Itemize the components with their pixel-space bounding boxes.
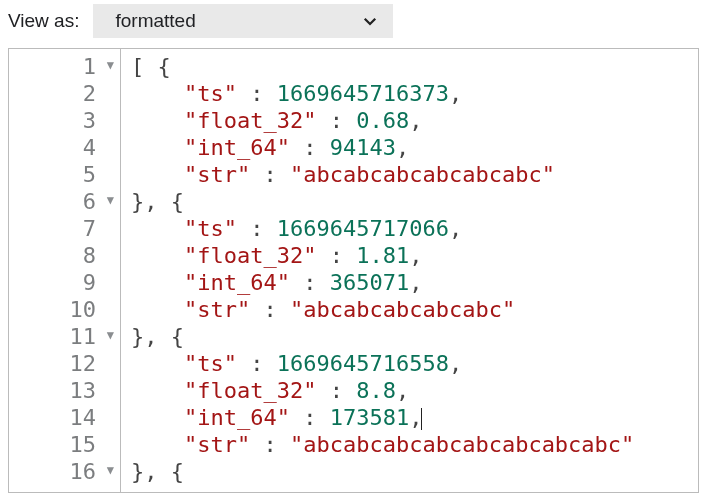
fold-toggle-icon[interactable]: ▼ (102, 457, 114, 484)
fold-toggle-icon[interactable]: ▼ (102, 52, 114, 79)
view-mode-selected: formatted (115, 10, 195, 32)
gutter-line: 8▼ (9, 242, 114, 269)
gutter-line: 4▼ (9, 134, 114, 161)
gutter-line: 9▼ (9, 269, 114, 296)
gutter-line: 10▼ (9, 296, 114, 323)
gutter-line: 16▼ (9, 458, 114, 485)
gutter-line: 2▼ (9, 80, 114, 107)
code-editor[interactable]: 1▼2▼3▼4▼5▼6▼7▼8▼9▼10▼11▼12▼13▼14▼15▼16▼ … (8, 48, 699, 493)
gutter-line: 3▼ (9, 107, 114, 134)
line-number-gutter: 1▼2▼3▼4▼5▼6▼7▼8▼9▼10▼11▼12▼13▼14▼15▼16▼ (9, 49, 121, 492)
gutter-line: 14▼ (9, 404, 114, 431)
view-mode-toolbar: View as: formatted (0, 0, 707, 44)
fold-toggle-icon[interactable]: ▼ (102, 322, 114, 349)
gutter-line: 6▼ (9, 188, 114, 215)
gutter-line: 11▼ (9, 323, 114, 350)
gutter-line: 1▼ (9, 53, 114, 80)
chevron-down-icon (361, 12, 379, 30)
view-as-label: View as: (8, 10, 79, 32)
gutter-line: 7▼ (9, 215, 114, 242)
gutter-line: 5▼ (9, 161, 114, 188)
gutter-line: 13▼ (9, 377, 114, 404)
code-area[interactable]: [ { "ts" : 1669645716373, "float_32" : 0… (121, 49, 698, 492)
gutter-line: 12▼ (9, 350, 114, 377)
gutter-line: 15▼ (9, 431, 114, 458)
view-mode-select[interactable]: formatted (93, 4, 393, 38)
fold-toggle-icon[interactable]: ▼ (102, 187, 114, 214)
